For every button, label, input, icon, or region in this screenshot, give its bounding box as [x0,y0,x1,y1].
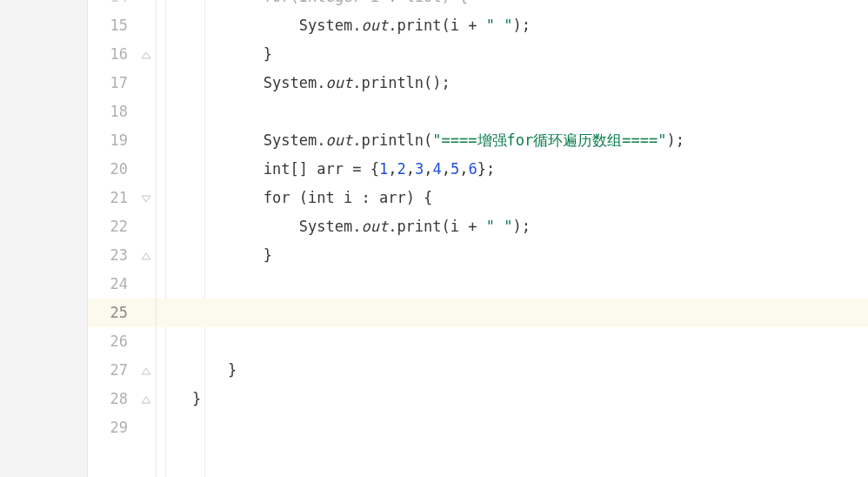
code-token: i : arr) { [335,189,433,206]
code-token: } [228,361,237,379]
fold-close-icon[interactable] [140,365,152,377]
code-line[interactable]: } [157,241,868,270]
code-line[interactable] [157,413,868,442]
code-editor[interactable]: 14151617181920212223242526272829 for(Int… [0,0,868,477]
code-line[interactable] [157,299,868,327]
line-number[interactable]: 14 [88,0,128,11]
code-line[interactable]: System.out.println("====增强for循环遍历数组===="… [157,126,868,155]
code-token: " " [486,218,513,235]
code-token: 4 [432,160,441,178]
code-token: out [325,74,352,91]
code-token: , [388,160,397,178]
code-token: out [361,17,388,34]
code-area[interactable]: for(Integer i : list) { System.out.print… [157,0,868,477]
code-token: 5 [451,160,459,178]
line-number[interactable]: 15 [88,11,128,40]
fold-close-icon[interactable] [140,250,152,262]
code-token: System. [264,131,326,149]
line-number[interactable]: 24 [88,270,128,299]
line-number[interactable]: 21 [88,184,128,212]
code-token: (Integer i : list) { [290,0,469,5]
line-number[interactable]: 25 [88,299,128,327]
code-line[interactable] [157,270,868,299]
code-token: } [264,45,272,63]
code-token: System. [264,74,326,91]
code-token: , [459,160,468,178]
line-number[interactable]: 17 [88,69,128,97]
code-token: , [424,160,432,178]
code-line[interactable]: System.out.print(i + " "); [157,11,868,40]
line-number[interactable]: 26 [88,327,128,356]
code-line[interactable]: for(Integer i : list) { [157,0,868,11]
fold-close-icon[interactable] [140,393,152,406]
code-token: } [264,246,272,264]
code-token: .print(i + [388,17,486,34]
code-token: System. [299,218,362,235]
code-token: 6 [468,160,477,178]
line-number[interactable]: 19 [88,126,128,155]
code-token: , [406,160,415,178]
code-token: "====增强for循环遍历数组====" [432,131,666,149]
code-token: .println(); [352,74,451,91]
code-line[interactable]: for (int i : arr) { [157,184,868,212]
code-token: , [442,160,451,178]
gutter[interactable]: 14151617181920212223242526272829 [88,0,157,477]
code-token: ); [666,131,684,149]
code-line[interactable]: } [157,385,868,413]
line-number[interactable]: 29 [88,413,128,442]
code-token: for [264,189,299,206]
line-number[interactable]: 23 [88,241,128,270]
code-token: [] arr = { [290,160,379,178]
code-line[interactable]: } [157,356,868,385]
fold-open-icon[interactable] [140,192,152,205]
code-token: 1 [379,160,388,178]
line-number[interactable]: 16 [88,40,128,69]
code-token: int [308,189,335,206]
line-number[interactable]: 27 [88,356,128,385]
code-token: int [264,160,290,178]
code-line[interactable]: System.out.println(); [157,69,868,97]
code-token: out [361,218,388,235]
left-margin [0,0,88,477]
code-token: 2 [397,160,405,178]
code-token: ( [299,189,308,206]
code-line[interactable]: int[] arr = {1,2,3,4,5,6}; [157,155,868,184]
code-token: out [325,131,352,149]
code-token: .println( [352,131,432,149]
code-token: for [264,0,290,5]
code-token: .print(i + [388,218,486,235]
line-number[interactable]: 22 [88,212,128,241]
code-token: " " [486,17,513,34]
code-token: ); [512,17,530,34]
code-line[interactable] [157,97,868,126]
code-token: ); [512,218,530,235]
line-number[interactable]: 20 [88,155,128,184]
code-line[interactable]: } [157,40,868,69]
code-token: } [192,390,201,407]
code-line[interactable]: System.out.print(i + " "); [157,212,868,241]
code-token: System. [299,17,362,34]
code-token: 3 [415,160,424,178]
code-line[interactable] [157,327,868,356]
fold-close-icon[interactable] [140,49,152,61]
line-number[interactable]: 28 [88,385,128,413]
line-number[interactable]: 18 [88,97,128,126]
code-token: }; [477,160,495,178]
